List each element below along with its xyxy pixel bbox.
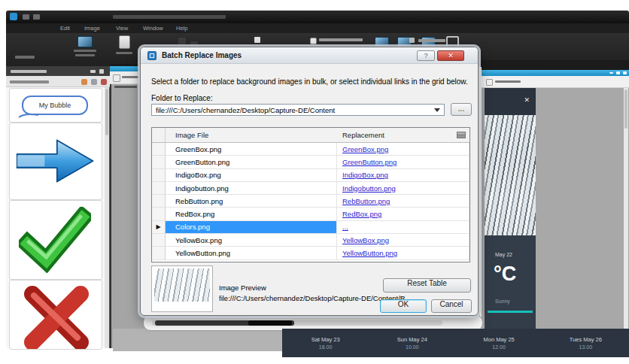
grid-cell-image-file[interactable]: YellowBox.png [166, 234, 337, 247]
stamp-item-bubble[interactable]: My Bubble [9, 88, 102, 123]
replacement-link[interactable]: YellowButton.png [342, 249, 397, 257]
grid-row[interactable]: GreenBox.pngGreenBox.png [152, 143, 469, 156]
stamp-category-icon-3[interactable] [101, 79, 107, 85]
panel-close-icon[interactable] [99, 69, 104, 74]
weather-condition: Sunny [495, 299, 510, 304]
ribbon-tab-help[interactable]: Help [176, 25, 187, 32]
stamp-category-icon-1[interactable] [81, 79, 87, 85]
grid-cell-replacement[interactable]: ... [337, 221, 469, 234]
weather-widget: May 22 °C Sunny [485, 235, 536, 338]
grid-cell-image-file[interactable]: Indigobutton.png [166, 182, 337, 195]
app-titlebar [6, 11, 629, 23]
replacement-link[interactable]: IndigoBox.png [342, 171, 388, 179]
folder-combobox[interactable]: file:///C:/Users/chernandez/Desktop/Capt… [151, 104, 445, 116]
replacement-link[interactable]: YellowBox.png [342, 236, 389, 244]
close-button[interactable]: ✕ [437, 50, 464, 61]
quick-access-undo-icon[interactable] [33, 14, 40, 20]
grid-cell-replacement[interactable]: RedBox.png [337, 208, 469, 220]
ribbon-tab-window[interactable]: Window [143, 25, 163, 32]
quick-access-save-icon[interactable] [23, 14, 29, 20]
grid-cell-image-file[interactable]: YellowButton.png [166, 247, 337, 259]
replacement-link[interactable]: ... [342, 223, 348, 231]
stamps-panel-subheader [6, 76, 110, 87]
horizontal-scrollbar-segment[interactable] [248, 320, 292, 326]
right-window-scrollbar-thumb[interactable] [624, 89, 627, 129]
ribbon-tab-edit[interactable]: Edit [60, 25, 70, 32]
grid-row[interactable]: ▶Colors.png... [152, 221, 469, 234]
stamps-scrollbar-thumb[interactable] [105, 89, 108, 135]
grid-cell-image-file[interactable]: GreenButton.png [166, 156, 337, 168]
dialog-instruction: Select a folder to replace background im… [151, 77, 470, 86]
grid-cell-replacement[interactable]: YellowButton.png [337, 247, 469, 259]
grid-cell-replacement[interactable]: RebButton.png [337, 195, 469, 208]
grid-cell-image-file[interactable]: RedBox.png [166, 208, 337, 220]
forecast-day: Tues May 26 [570, 336, 602, 343]
row-marker[interactable]: ▶ [152, 221, 166, 234]
row-marker-header [152, 128, 166, 142]
dialog-titlebar[interactable]: Batch Replace Images ? ✕ [141, 47, 478, 64]
grid-row[interactable]: GreenButton.pngGreenButton.png [152, 156, 469, 168]
new-entry-icon[interactable] [409, 38, 415, 43]
replacement-link[interactable]: RedBox.png [342, 210, 381, 218]
grid-row[interactable]: Indigobutton.pngIndigobutton.png [152, 182, 469, 195]
grid-row[interactable]: YellowBox.pngYellowBox.png [152, 234, 469, 247]
grid-cell-replacement[interactable]: GreenBox.png [337, 143, 469, 156]
forecast-entry: Tues May 2613.00 [542, 329, 629, 357]
dialog-title: Batch Replace Images [162, 51, 242, 59]
stamps-panel-header [6, 66, 110, 76]
chevron-down-icon[interactable] [434, 108, 440, 112]
close-icon[interactable] [623, 71, 627, 74]
grid-row[interactable]: RebButton.pngRebButton.png [152, 195, 469, 208]
grid-row[interactable]: YellowButton.pngYellowButton.png [152, 247, 469, 259]
grid-cell-image-file[interactable]: Colors.png [166, 221, 337, 234]
row-marker[interactable] [152, 169, 166, 182]
send-to-button[interactable] [77, 36, 93, 47]
column-header-image-file[interactable]: Image File [175, 131, 208, 139]
row-marker[interactable] [152, 156, 166, 168]
maximize-icon[interactable] [616, 71, 620, 74]
stamp-item-x[interactable] [9, 280, 102, 350]
replacement-link[interactable]: Indigobutton.png [342, 184, 396, 193]
ok-button[interactable]: OK [380, 299, 427, 313]
stamp-item-arrow[interactable] [9, 123, 102, 200]
minimize-icon[interactable] [609, 72, 613, 74]
close-icon[interactable]: ✕ [524, 96, 530, 104]
reset-table-button[interactable]: Reset Table [383, 278, 471, 293]
row-marker[interactable] [152, 208, 166, 220]
cancel-button[interactable]: Cancel [431, 299, 472, 313]
row-marker[interactable] [152, 234, 166, 247]
grid-cell-replacement[interactable]: IndigoBox.png [337, 169, 469, 182]
arrow-tool-icon[interactable] [254, 37, 260, 43]
browse-button[interactable]: ... [451, 103, 472, 116]
ribbon-tab-view[interactable]: View [116, 25, 128, 32]
replacement-link[interactable]: RebButton.png [342, 197, 390, 205]
row-marker[interactable] [152, 182, 166, 195]
grid-row[interactable]: RedBox.pngRedBox.png [152, 208, 469, 220]
row-marker[interactable] [152, 143, 166, 156]
grid-cell-replacement[interactable]: GreenButton.png [337, 156, 469, 168]
stamp-item-check[interactable] [9, 200, 102, 280]
row-marker[interactable] [152, 247, 166, 259]
tool-icon[interactable] [486, 79, 493, 86]
cut-button[interactable] [178, 37, 187, 45]
bubble-label: My Bubble [39, 102, 71, 109]
table-icon[interactable] [457, 132, 466, 138]
ribbon-tab-image[interactable]: Image [84, 25, 100, 32]
paste-button[interactable] [119, 35, 130, 49]
column-header-replacement[interactable]: Replacement [342, 131, 384, 139]
replacement-link[interactable]: GreenButton.png [342, 158, 397, 166]
replacement-link[interactable]: GreenBox.png [342, 145, 388, 153]
grid-row[interactable]: IndigoBox.pngIndigoBox.png [152, 169, 469, 182]
show-option-checkbox-1[interactable] [310, 38, 317, 44]
row-marker[interactable] [152, 195, 166, 208]
grid-cell-replacement[interactable]: YellowBox.png [337, 234, 469, 247]
tool-icon[interactable] [113, 74, 120, 82]
grid-cell-replacement[interactable]: Indigobutton.png [337, 182, 469, 195]
panel-menu-icon[interactable] [90, 70, 96, 73]
image-style-button-1[interactable] [375, 37, 389, 47]
help-button[interactable]: ? [417, 50, 435, 61]
grid-cell-image-file[interactable]: IndigoBox.png [166, 169, 337, 182]
stamp-category-icon-2[interactable] [91, 79, 97, 85]
grid-cell-image-file[interactable]: RebButton.png [166, 195, 337, 208]
grid-cell-image-file[interactable]: GreenBox.png [166, 143, 337, 156]
